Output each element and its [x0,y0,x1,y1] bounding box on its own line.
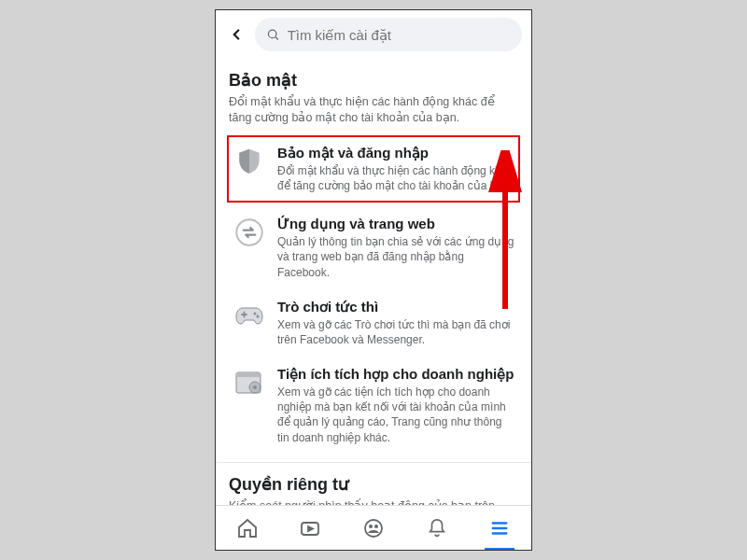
gamepad-icon [233,299,266,332]
search-input[interactable] [288,27,511,43]
item-title: Tiện ích tích hợp cho doanh nghiệp [277,366,514,383]
bell-icon [427,517,447,539]
section-privacy-desc: Kiểm soát người nhìn thấy hoạt động của … [229,498,518,505]
search-icon [266,27,280,42]
svg-point-12 [365,520,382,537]
item-instant-games[interactable]: Trò chơi tức thì Xem và gỡ các Trò chơi … [229,289,518,357]
section-security-desc: Đổi mật khẩu và thực hiện các hành động … [229,94,518,126]
divider [216,462,531,463]
shield-icon [233,145,266,178]
item-desc: Xem và gỡ các tiện ích tích hợp cho doan… [277,385,514,445]
chevron-left-icon [228,26,245,43]
item-desc: Xem và gỡ các Trò chơi tức thì mà bạn đã… [277,317,514,347]
item-title: Trò chơi tức thì [277,299,514,315]
content: Bảo mật Đổi mật khẩu và thực hiện các hà… [216,59,531,505]
menu-icon [489,518,510,539]
section-security-title: Bảo mật [229,70,518,91]
item-desc: Đổi mật khẩu và thực hiện các hành động … [277,163,514,193]
svg-marker-11 [308,526,313,531]
nav-watch[interactable] [291,510,329,547]
svg-point-4 [257,315,260,317]
svg-point-2 [236,219,262,245]
svg-point-13 [369,525,373,528]
bottom-nav [216,505,531,550]
svg-point-14 [374,525,378,528]
settings-screen: Bảo mật Đổi mật khẩu và thực hiện các hà… [215,9,532,551]
search-bar[interactable] [255,18,522,51]
svg-rect-6 [236,372,261,377]
nav-home[interactable] [229,510,266,547]
nav-menu[interactable] [481,510,518,547]
gear-window-icon [233,366,266,399]
back-button[interactable] [225,23,247,46]
item-business-integrations[interactable]: Tiện ích tích hợp cho doanh nghiệp Xem v… [229,357,518,455]
groups-icon [362,517,385,539]
nav-notifications[interactable] [418,510,456,547]
section-privacy-title: Quyền riêng tư [229,474,518,495]
svg-point-3 [254,312,257,315]
nav-groups[interactable] [355,510,392,547]
svg-point-8 [253,385,257,389]
swap-icon [233,216,266,249]
item-security-login[interactable]: Bảo mật và đăng nhập Đổi mật khẩu và thự… [227,135,520,203]
svg-point-0 [268,30,276,38]
home-icon [236,517,259,539]
item-desc: Quản lý thông tin bạn chia sẻ với các ứn… [277,234,514,280]
header [216,10,531,59]
svg-line-1 [275,37,278,40]
item-title: Bảo mật và đăng nhập [277,145,514,161]
item-title: Ứng dụng và trang web [277,216,514,232]
watch-icon [299,517,321,539]
item-apps-websites[interactable]: Ứng dụng và trang web Quản lý thông tin … [229,206,518,289]
